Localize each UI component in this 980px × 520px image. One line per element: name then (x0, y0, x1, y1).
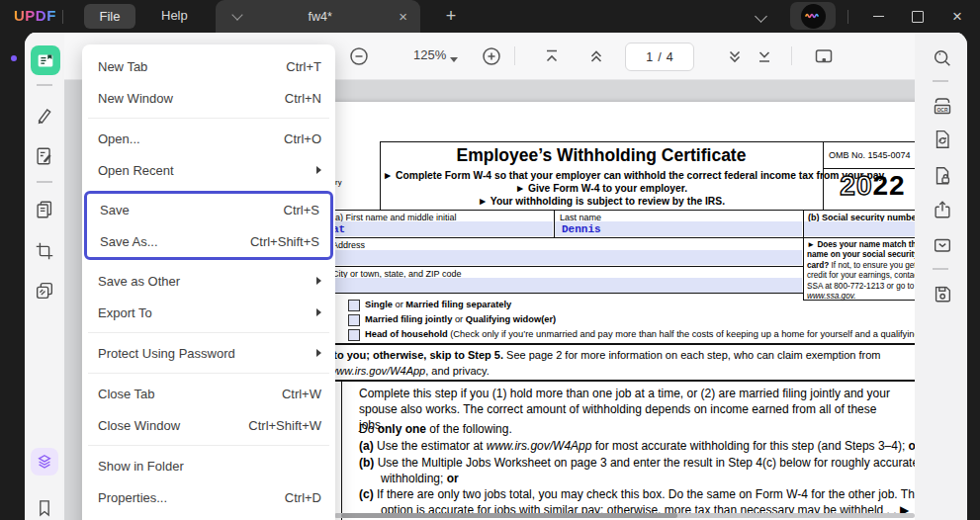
tab-title: fw4* (241, 10, 399, 24)
omb-number: OMB No. 1545-0074 (829, 150, 911, 160)
last-name-value[interactable]: Dennis (562, 223, 601, 235)
updf-app-window: { "titlebar": { "logo": "UPDF", "file_me… (0, 0, 980, 520)
file-menu-button[interactable]: File (84, 4, 135, 29)
first-name-field[interactable] (327, 221, 553, 236)
edit-document-icon (34, 145, 55, 167)
menu-divider (88, 332, 329, 333)
menu-item-properties[interactable]: Properties...Ctrl+D (82, 481, 335, 513)
checkbox-single[interactable] (348, 300, 360, 311)
svg-text:OCR: OCR (936, 107, 948, 113)
menu-item-close-window[interactable]: Close WindowCtrl+Shift+W (82, 409, 335, 441)
menu-item-show-in-folder[interactable]: Show in Folder (82, 450, 335, 481)
maximize-button[interactable] (901, 0, 935, 33)
first-page-button[interactable] (541, 45, 563, 67)
compress-button[interactable] (929, 162, 956, 190)
bookmark-button[interactable] (31, 494, 58, 520)
form-line (326, 293, 803, 294)
stamp-button[interactable] (31, 277, 58, 304)
horizontal-scrollbar-thumb[interactable] (341, 513, 677, 518)
share-button[interactable] (929, 196, 956, 223)
last-page-button[interactable] (754, 45, 775, 67)
menu-item-close-tab[interactable]: Close TabCtrl+W (82, 378, 335, 409)
titlebar-divider (62, 10, 63, 24)
close-button[interactable]: × (940, 0, 974, 33)
menu-divider (88, 373, 329, 374)
next-page-button[interactable] (724, 45, 746, 67)
menu-item-protect-using-password[interactable]: Protect Using Password (82, 337, 335, 369)
menu-item-save-as[interactable]: Save As...Ctrl+Shift+S (87, 225, 330, 257)
search-button[interactable] (929, 44, 956, 72)
ocr-button[interactable]: OCR (929, 92, 956, 120)
marker-pen-icon (34, 105, 55, 127)
help-menu-button[interactable]: Help (161, 8, 188, 23)
form-subtitle-line: ► Give Form W-4 to your employer. (383, 183, 820, 194)
share-icon (932, 199, 953, 220)
menu-item-new-window[interactable]: New WindowCtrl+N (82, 82, 335, 114)
form-subtitle-line: ► Complete Form W-4 so that your employe… (383, 170, 820, 181)
submenu-arrow-icon (316, 277, 321, 285)
city-field[interactable] (327, 278, 802, 293)
menu-divider (88, 445, 329, 446)
convert-document-icon (932, 129, 953, 150)
checkbox-head-of-household[interactable] (348, 329, 360, 341)
form-line (380, 141, 915, 142)
ai-assistant-tool-button[interactable] (31, 448, 58, 476)
menu-item-save-as-other[interactable]: Save as Other (82, 265, 335, 297)
edit-button[interactable] (31, 142, 58, 170)
titlebar-chevron-down-icon[interactable] (757, 12, 765, 21)
form-line (823, 168, 915, 169)
address-label: Address (332, 240, 365, 250)
new-tab-button[interactable]: + (439, 4, 463, 28)
checkbox-head-of-household-label: Head of household (Check only if you’re … (365, 329, 915, 339)
form-line (326, 237, 915, 238)
titlebar-divider (847, 10, 848, 24)
zoom-in-button[interactable] (481, 45, 502, 67)
menu-item-new-tab[interactable]: New TabCtrl+T (82, 50, 335, 82)
tab-close-icon[interactable]: × (399, 9, 407, 24)
left-toolbar (25, 32, 64, 520)
search-icon (932, 47, 953, 69)
previous-page-button[interactable] (585, 45, 607, 67)
menu-item-open[interactable]: Open...Ctrl+O (82, 123, 335, 154)
step2-item-b: (b) Use the Multiple Jobs Worksheet on p… (359, 455, 915, 486)
maximize-icon (912, 11, 924, 23)
ocr-icon: OCR (931, 94, 954, 118)
zoom-dropdown-icon[interactable] (448, 48, 460, 70)
address-field[interactable] (327, 250, 802, 265)
minimize-icon (873, 16, 884, 18)
checkbox-married-jointly[interactable] (348, 314, 360, 326)
convert-button[interactable] (929, 126, 956, 153)
notification-dot (11, 55, 17, 61)
menu-item-open-recent[interactable]: Open Recent (82, 154, 335, 186)
reader-mode-button[interactable] (31, 45, 60, 75)
slideshow-button[interactable] (813, 45, 835, 67)
page-current[interactable]: 1 (646, 50, 653, 64)
right-toolbar: OCR (915, 32, 967, 520)
step2-do-only-one: Do only one of the following. (359, 421, 905, 437)
page-indicator[interactable]: 1 / 4 (625, 43, 694, 71)
form-line (341, 382, 342, 520)
page-total: 4 (667, 50, 673, 64)
submenu-arrow-icon (316, 349, 321, 357)
crop-icon (34, 240, 55, 262)
bookmark-icon (35, 498, 54, 518)
menu-item-export-to[interactable]: Export To (82, 297, 335, 328)
zoom-level[interactable]: 125% (413, 47, 446, 62)
document-tab[interactable]: fw4* × (216, 0, 420, 33)
menu-item-save[interactable]: SaveCtrl+S (87, 194, 330, 225)
rail-divider (933, 268, 948, 270)
form-line (326, 266, 803, 267)
email-button[interactable] (929, 231, 956, 259)
minimize-button[interactable] (861, 0, 895, 33)
zoom-out-button[interactable] (348, 45, 370, 67)
ssn-field[interactable] (804, 221, 915, 236)
comment-button[interactable] (31, 102, 58, 130)
crop-pages-button[interactable] (31, 237, 58, 265)
submenu-arrow-icon (316, 166, 321, 174)
ai-assistant-button[interactable] (790, 2, 836, 30)
ssn-note: ► Does your name match the name on your … (807, 240, 915, 302)
reader-icon (35, 49, 56, 71)
organize-pages-button[interactable] (31, 196, 58, 223)
save-button[interactable] (929, 280, 956, 307)
updf-logo: UPDF (14, 7, 56, 24)
